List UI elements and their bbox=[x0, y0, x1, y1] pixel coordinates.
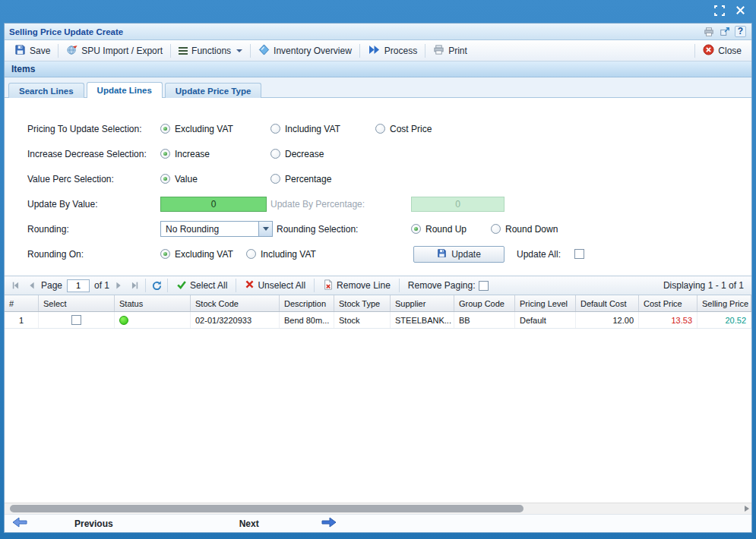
tab-search-lines[interactable]: Search Lines bbox=[8, 83, 84, 98]
help-icon[interactable]: ? bbox=[734, 26, 747, 38]
increase-decrease-label: Increase Decrease Selection: bbox=[27, 149, 160, 159]
cell-supplier: STEELBANK... bbox=[391, 312, 454, 328]
radio-rounding-on-excluding-vat[interactable]: Excluding VAT bbox=[160, 249, 246, 260]
rounding-selection-label: Rounding Selection: bbox=[277, 224, 411, 235]
column-header-stock-type[interactable]: Stock Type bbox=[334, 295, 391, 311]
remove-line-button[interactable]: Remove Line bbox=[318, 278, 395, 294]
first-page-icon[interactable] bbox=[9, 279, 23, 292]
page-input[interactable] bbox=[67, 279, 90, 292]
displaying-status: Displaying 1 - 1 of 1 bbox=[663, 280, 747, 291]
rounding-label: Rounding: bbox=[27, 224, 160, 235]
page-title: Selling Price Update Create bbox=[9, 27, 123, 36]
form-row-pricing: Pricing To Update Selection: Excluding V… bbox=[27, 116, 751, 141]
radio-cost-price[interactable]: Cost Price bbox=[375, 124, 467, 134]
row-select-checkbox[interactable] bbox=[71, 315, 81, 325]
popout-icon[interactable] bbox=[718, 26, 731, 38]
next-arrow-icon[interactable] bbox=[321, 517, 337, 530]
items-section-header: Items bbox=[5, 61, 751, 77]
previous-link[interactable]: Previous bbox=[74, 519, 113, 529]
unselect-all-button[interactable]: Unselect All bbox=[240, 278, 310, 293]
column-header-selling-price[interactable]: Selling Price bbox=[697, 295, 751, 311]
remove-paging-checkbox[interactable] bbox=[479, 281, 489, 291]
spu-import-export-button[interactable]: SPU Import / Export bbox=[60, 42, 169, 60]
scroll-right-icon[interactable] bbox=[745, 506, 749, 512]
radio-icon bbox=[270, 124, 280, 134]
last-page-icon[interactable] bbox=[128, 279, 141, 292]
next-page-icon[interactable] bbox=[112, 279, 125, 292]
items-grid: # Select Status Stock Code Description S… bbox=[5, 295, 751, 503]
print-small-icon[interactable] bbox=[702, 26, 715, 38]
functions-button[interactable]: Functions bbox=[172, 43, 248, 58]
horizontal-scrollbar[interactable] bbox=[5, 503, 751, 514]
rounding-dropdown-value: No Rounding bbox=[161, 224, 258, 235]
update-by-percentage-input[interactable] bbox=[411, 197, 505, 212]
inventory-overview-button[interactable]: Inventory Overview bbox=[252, 42, 358, 60]
refresh-icon[interactable] bbox=[150, 279, 163, 292]
close-button[interactable]: Close bbox=[697, 42, 748, 60]
page-of-label: of 1 bbox=[94, 280, 109, 291]
update-by-value-input[interactable] bbox=[160, 197, 267, 212]
remove-line-icon bbox=[323, 279, 334, 292]
radio-value[interactable]: Value bbox=[160, 174, 270, 184]
update-all-label: Update All: bbox=[517, 249, 567, 260]
tab-update-lines[interactable]: Update Lines bbox=[87, 82, 163, 98]
update-button[interactable]: Update bbox=[413, 246, 505, 263]
prev-page-icon[interactable] bbox=[25, 279, 39, 292]
radio-increase[interactable]: Increase bbox=[160, 149, 270, 159]
cell-description: Bend 80m... bbox=[280, 312, 334, 328]
form-row-value-perc: Value Perc Selection: Value Percentage bbox=[27, 166, 751, 191]
column-header-pricing-level[interactable]: Pricing Level bbox=[515, 295, 576, 311]
radio-decrease[interactable]: Decrease bbox=[270, 149, 375, 159]
print-button[interactable]: Print bbox=[427, 42, 473, 60]
tab-update-price-type[interactable]: Update Price Type bbox=[165, 83, 262, 98]
radio-icon bbox=[270, 149, 280, 159]
previous-arrow-icon[interactable] bbox=[12, 517, 27, 530]
process-button[interactable]: Process bbox=[362, 43, 423, 59]
dropdown-arrow-icon[interactable] bbox=[258, 222, 272, 236]
chevron-down-icon bbox=[236, 49, 242, 52]
rounding-on-label: Rounding On: bbox=[27, 249, 160, 260]
column-header-select[interactable]: Select bbox=[39, 295, 115, 311]
cell-pricing-level: Default bbox=[515, 312, 576, 328]
radio-percentage[interactable]: Percentage bbox=[270, 174, 375, 184]
column-header-status[interactable]: Status bbox=[115, 295, 191, 311]
main-toolbar: Save SPU Import / Export Functions In bbox=[5, 40, 751, 61]
update-by-value-label: Update By Value: bbox=[27, 199, 160, 210]
column-header-description[interactable]: Description bbox=[280, 295, 334, 311]
rounding-dropdown[interactable]: No Rounding bbox=[160, 221, 273, 237]
radio-icon bbox=[246, 249, 256, 259]
maximize-icon[interactable] bbox=[713, 5, 726, 17]
page-label: Page bbox=[41, 280, 62, 291]
close-icon bbox=[703, 44, 714, 58]
radio-round-up[interactable]: Round Up bbox=[411, 224, 491, 235]
update-all-checkbox[interactable] bbox=[574, 249, 584, 259]
table-row[interactable]: 1 02-01/3220933 Bend 80m... Stock STEELB… bbox=[5, 312, 751, 329]
save-button[interactable]: Save bbox=[8, 42, 56, 60]
column-header-num[interactable]: # bbox=[5, 295, 39, 311]
radio-icon bbox=[160, 149, 170, 159]
radio-round-down[interactable]: Round Down bbox=[491, 224, 558, 235]
column-header-default-cost[interactable]: Default Cost bbox=[576, 295, 639, 311]
cell-default-cost: 12.00 bbox=[576, 312, 639, 328]
radio-rounding-on-including-vat[interactable]: Including VAT bbox=[246, 249, 413, 260]
next-link[interactable]: Next bbox=[239, 519, 259, 529]
process-icon bbox=[368, 45, 381, 57]
window-inner: Selling Price Update Create ? Save bbox=[4, 23, 752, 533]
form-row-rounding-on: Rounding On: Excluding VAT Including VAT… bbox=[27, 241, 751, 266]
update-lines-form: Pricing To Update Selection: Excluding V… bbox=[5, 98, 751, 276]
column-header-stock-code[interactable]: Stock Code bbox=[191, 295, 280, 311]
column-header-supplier[interactable]: Supplier bbox=[391, 295, 454, 311]
column-header-cost-price[interactable]: Cost Price bbox=[639, 295, 697, 311]
row-number: 1 bbox=[5, 312, 39, 328]
column-header-group-code[interactable]: Group Code bbox=[454, 295, 515, 311]
radio-excluding-vat[interactable]: Excluding VAT bbox=[160, 124, 270, 134]
inventory-icon bbox=[258, 44, 270, 58]
radio-icon bbox=[160, 174, 170, 184]
grid-pager-toolbar: Page of 1 Select All bbox=[5, 276, 751, 295]
close-window-icon[interactable] bbox=[735, 5, 747, 17]
select-all-button[interactable]: Select All bbox=[172, 278, 232, 294]
scrollbar-thumb[interactable] bbox=[10, 505, 524, 512]
status-ok-icon bbox=[119, 316, 128, 325]
radio-including-vat[interactable]: Including VAT bbox=[270, 124, 375, 134]
cell-cost-price: 13.53 bbox=[639, 312, 697, 328]
